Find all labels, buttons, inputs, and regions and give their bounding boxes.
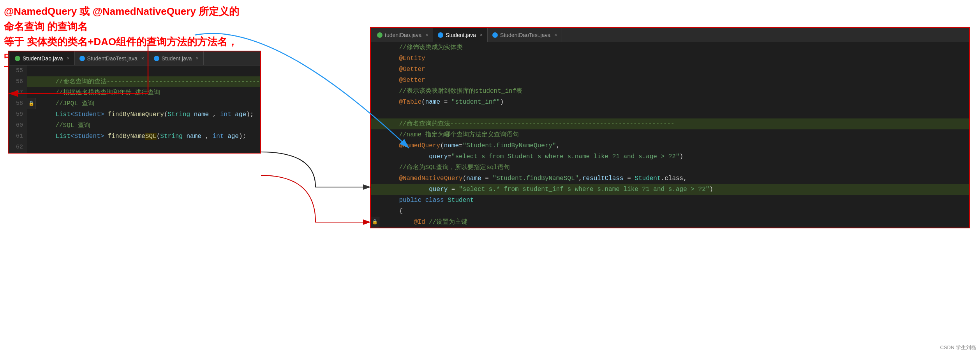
tab-studentdaotest[interactable]: StudentDaoTest.java × — [75, 51, 149, 65]
r-line-6: @Table(name = "student_inf") — [371, 97, 969, 108]
r-line-1: //修饰该类成为实体类 — [371, 42, 969, 53]
tab-icon-blue — [79, 56, 85, 61]
tab-icon-green — [15, 56, 20, 61]
right-code-area: //修饰该类成为实体类 @Entity @Getter @Setter //表示… — [371, 42, 969, 228]
code-line-62: 62 — [9, 142, 260, 153]
r-line-5: //表示该类映射到数据库的student_inf表 — [371, 86, 969, 97]
tab-studentdao[interactable]: StudentDao.java × — [10, 51, 75, 65]
code-line-58: 58 🔒 //JPQL 查询 — [9, 98, 260, 109]
watermark: CSDN 学生刘磊 — [940, 344, 976, 351]
code-line-55: 55 — [9, 65, 260, 76]
code-line-61: 61 List<Student> findByNameSQL(String na… — [9, 131, 260, 142]
right-code-panel: tudentDao.java × Student.java × StudentD… — [370, 27, 970, 228]
r-line-12: //命名为SQL查询，所以要指定sql语句 — [371, 162, 969, 173]
code-line-57: 57 //根据姓名模糊查询和年龄 进行查询 — [9, 87, 260, 98]
tab-studentdaotest-right[interactable]: StudentDaoTest.java × — [488, 28, 562, 42]
tab-student-left[interactable]: Student.java × — [149, 51, 204, 65]
right-tab-bar: tudentDao.java × Student.java × StudentD… — [371, 28, 969, 42]
r-line-17: 🔒 @Id //设置为主键 — [371, 217, 969, 228]
tab-student-right[interactable]: Student.java × — [433, 28, 488, 42]
r-line-3: @Getter — [371, 64, 969, 75]
arrow-red-to-namednativequery — [261, 175, 371, 222]
r-line-9: //name 指定为哪个查询方法定义查询语句 — [371, 129, 969, 140]
left-tab-bar: StudentDao.java × StudentDaoTest.java × … — [9, 51, 260, 65]
r-line-7 — [371, 108, 969, 118]
tab-studentdao-right[interactable]: tudentDao.java × — [372, 28, 433, 42]
tab-icon-green-r — [377, 32, 382, 38]
left-code-panel: StudentDao.java × StudentDaoTest.java × … — [8, 51, 261, 154]
r-line-2: @Entity — [371, 53, 969, 64]
r-line-8: //命名查询的查法-------------------------------… — [371, 118, 969, 129]
code-line-60: 60 //SQL 查询 — [9, 120, 260, 131]
code-line-56: 56 //命名查询的查法----------------------------… — [9, 76, 260, 87]
r-line-4: @Setter — [371, 75, 969, 86]
r-line-11: query="select s from Student s where s.n… — [371, 151, 969, 162]
r-line-10: @NamedQuery(name="Student.findByNameQuer… — [371, 140, 969, 151]
left-code-area: 55 56 //命名查询的查法-------------------------… — [9, 65, 260, 153]
tab-icon-blue-r — [438, 32, 443, 38]
r-line-14: query = "select s.* from student_inf s w… — [371, 184, 969, 195]
tab-icon-blue2 — [154, 56, 159, 61]
tab-icon-blue-r2 — [492, 32, 498, 38]
r-line-15: public class Student — [371, 195, 969, 206]
r-line-13: @NamedNativeQuery(name = "Student.findBy… — [371, 173, 969, 184]
r-line-16: { — [371, 206, 969, 217]
code-line-59: 59 List<Student> findByNameQuery(String … — [9, 109, 260, 120]
arrow-dark-to-right-namedquery — [261, 152, 371, 187]
